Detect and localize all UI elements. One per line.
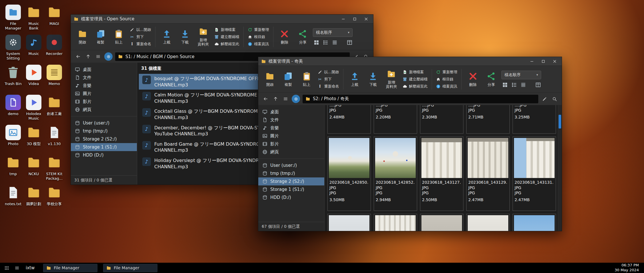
edit-path-button[interactable] <box>541 95 548 103</box>
sidebar-item-drive[interactable]: Storage 2 (S2:/) <box>71 135 137 143</box>
window-list-button[interactable] <box>13 264 21 272</box>
download-button[interactable]: 下載 <box>365 67 381 91</box>
desktop-icon[interactable]: Memo <box>44 64 65 94</box>
desktop-icon[interactable]: File Manager <box>3 3 23 33</box>
upload-button[interactable]: 上載 <box>159 25 175 49</box>
taskbar-task-file-manager[interactable]: File Manager <box>103 264 157 272</box>
sidebar-item-drive[interactable]: Storage 1 (S1:/) <box>258 185 324 193</box>
sidebar-item[interactable]: 音樂 <box>71 82 137 90</box>
sort-order-dropdown[interactable]: 檔名順序▾ <box>501 71 541 79</box>
input-method-indicator[interactable]: ixtw <box>23 265 37 270</box>
photo-cell[interactable] <box>466 214 510 231</box>
app-launcher-button[interactable] <box>2 264 11 272</box>
photo-cell[interactable]: ….JPG JPG 2.20MB <box>374 105 417 134</box>
maximize-button[interactable] <box>539 58 547 64</box>
sidebar-item-drive[interactable]: User (user:/) <box>71 119 137 127</box>
upload-button[interactable]: 上載 <box>347 67 363 91</box>
photo-cell[interactable]: 20230618_143131.JPG JPG 2.47MB <box>513 136 556 211</box>
photo-cell[interactable]: ….JPG JPG 2.30MB <box>420 105 463 134</box>
file-info-button[interactable]: 檔案資訊 <box>435 84 458 89</box>
minimize-button[interactable] <box>527 58 536 64</box>
view-grid-button[interactable] <box>502 82 508 88</box>
photo-cell[interactable]: 20230618_142850.JPG JPG 3.50MB <box>327 136 371 211</box>
desktop-icon[interactable]: STEM Kit Packag... <box>44 154 65 184</box>
create-archive-button[interactable]: 建立壓縮檔 <box>213 34 240 40</box>
cut-button[interactable]: ✂剪下 <box>129 34 152 40</box>
share-button[interactable]: 分享 <box>483 67 499 91</box>
rename-button[interactable]: I重新命名 <box>317 84 340 89</box>
desktop-icon[interactable]: Trash Bin <box>3 64 23 94</box>
path-input[interactable]: S2: / Photo / 奇美 <box>303 95 538 103</box>
desktop-icon[interactable]: System Slitting <box>3 33 23 64</box>
file-info-button[interactable]: 檔案資訊 <box>247 41 270 47</box>
maximize-button[interactable] <box>350 16 359 22</box>
sidebar-item[interactable]: 網頁 <box>71 106 137 114</box>
desktop-icon[interactable]: Holodex Music <box>23 94 44 124</box>
desktop-icon[interactable]: v1.130 <box>44 124 65 154</box>
sidebar-item[interactable]: 網頁 <box>258 148 324 156</box>
extract-here-button[interactable]: 解壓縮至此 <box>402 84 429 89</box>
sidebar-item[interactable]: 音樂 <box>258 124 324 132</box>
sidebar-item[interactable]: 文件 <box>71 74 137 82</box>
view-detail-button[interactable] <box>535 82 541 88</box>
new-folder-button[interactable]: 新增 資料夾 <box>195 25 211 49</box>
up-button[interactable] <box>272 95 279 103</box>
sidebar-item[interactable]: 影片 <box>71 98 137 106</box>
paste-button[interactable]: 貼上 <box>111 25 127 49</box>
cut-button[interactable]: ✂剪下 <box>317 76 340 82</box>
photo-cell[interactable] <box>374 214 417 231</box>
minimize-button[interactable] <box>339 16 347 22</box>
sidebar-item-drive[interactable]: Storage 1 (S1:/) <box>71 143 137 151</box>
photo-cell[interactable]: ….JPG JPG 2.71MB <box>466 105 510 134</box>
view-grid-button[interactable] <box>313 39 319 46</box>
photo-cell[interactable] <box>327 214 371 231</box>
view-list-button[interactable] <box>323 39 329 46</box>
titlebar[interactable]: 檔案管理員 - 奇美 <box>258 57 562 66</box>
open-with-button[interactable]: 以...開啟 <box>129 27 152 33</box>
desktop-icon[interactable]: Music Bank <box>23 3 44 33</box>
desktop-icon[interactable]: 學校分享 <box>44 184 65 214</box>
titlebar[interactable]: 檔案管理員 - Open Source <box>71 15 373 23</box>
new-folder-button[interactable]: 新增 資料夾 <box>383 67 399 91</box>
photo-cell[interactable]: 20230618_142852.JPG JPG 2.94MB <box>374 136 417 211</box>
sidebar-item-drive[interactable]: tmp (tmp:/) <box>71 127 137 135</box>
root-button[interactable]: 根目錄 <box>247 34 270 40</box>
sidebar-item[interactable]: 桌面 <box>258 108 324 116</box>
new-file-button[interactable]: 新增檔案 <box>402 69 429 75</box>
rename-button[interactable]: I重新命名 <box>129 41 152 47</box>
sidebar-item-drive[interactable]: Storage 2 (S2:/) <box>258 177 324 185</box>
view-detail-button[interactable] <box>347 39 353 46</box>
photo-cell[interactable]: ….JPG JPG 2.48MB <box>327 105 371 134</box>
desktop-icon[interactable]: Music <box>23 33 44 64</box>
desktop-icon[interactable]: tmp <box>3 154 23 184</box>
scrollbar[interactable] <box>558 105 562 231</box>
copy-button[interactable]: 複製 <box>280 67 296 91</box>
extract-here-button[interactable]: 解壓縮至此 <box>213 41 240 47</box>
sidebar-item[interactable]: 影片 <box>258 140 324 148</box>
settings-button[interactable] <box>292 95 300 103</box>
sidebar-item[interactable]: 圖片 <box>71 90 137 98</box>
new-file-button[interactable]: 新增檔案 <box>213 27 240 33</box>
sidebar-item-drive[interactable]: HDD (D:/) <box>71 151 137 159</box>
photo-cell[interactable] <box>420 214 463 231</box>
open-button[interactable]: 開啟 <box>262 67 278 91</box>
desktop-icon[interactable]: Photo <box>3 124 23 154</box>
back-button[interactable] <box>74 53 82 60</box>
desktop-icon[interactable]: demo <box>3 94 23 124</box>
delete-button[interactable]: 刪除 <box>277 25 293 49</box>
scrollbar-thumb[interactable] <box>559 115 561 128</box>
desktop-icon[interactable]: MAGI <box>44 3 65 33</box>
close-button[interactable] <box>550 58 559 64</box>
share-button[interactable]: 分享 <box>295 25 311 49</box>
refresh-button[interactable]: 重新整理 <box>435 69 458 75</box>
copy-button[interactable]: 複製 <box>93 25 109 49</box>
sidebar-item-drive[interactable]: tmp (tmp:/) <box>258 169 324 177</box>
menu-button[interactable] <box>94 53 102 60</box>
search-button[interactable] <box>551 95 558 103</box>
back-button[interactable] <box>262 95 269 103</box>
desktop-icon[interactable]: 圓夢計劃 <box>23 184 44 214</box>
open-with-button[interactable]: 以...開啟 <box>317 69 340 75</box>
desktop-icon[interactable]: Videa <box>23 64 44 94</box>
photo-cell[interactable] <box>513 214 556 231</box>
settings-button[interactable] <box>104 52 113 61</box>
